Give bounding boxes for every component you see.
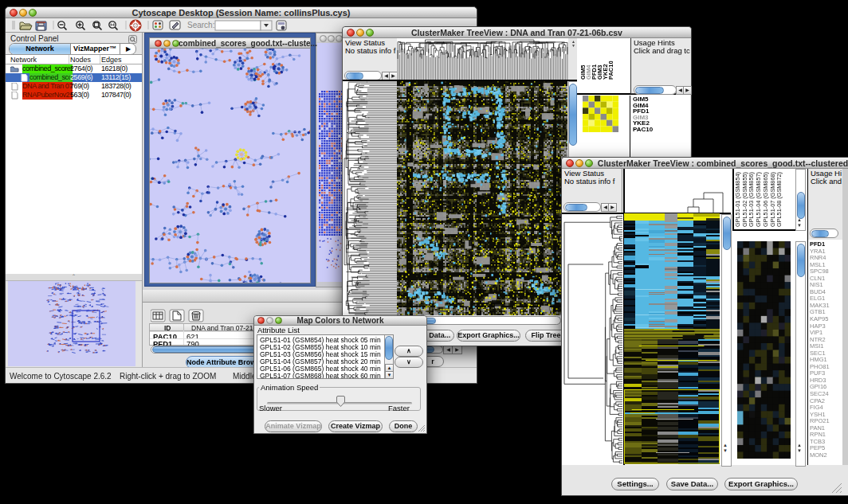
svg-text:Search:: Search: xyxy=(187,21,214,29)
